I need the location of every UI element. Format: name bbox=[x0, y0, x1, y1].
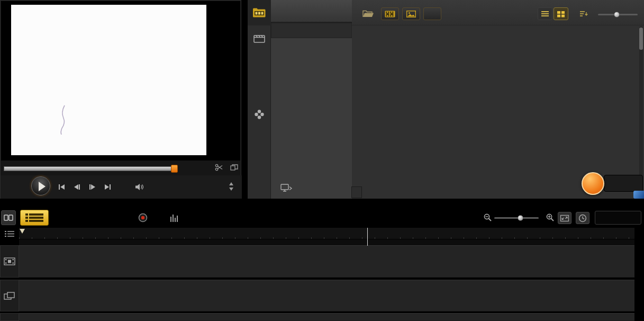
graphic-icon bbox=[254, 109, 265, 120]
library-nav-rail bbox=[248, 0, 271, 199]
auto-music-button[interactable] bbox=[197, 210, 212, 225]
zoom-in-icon bbox=[546, 213, 555, 222]
filter-video-button[interactable] bbox=[381, 7, 399, 20]
gallery-grid bbox=[352, 25, 638, 185]
enlarge-icon bbox=[230, 164, 238, 171]
skip-start-icon bbox=[59, 184, 60, 190]
collapse-panel-button[interactable] bbox=[351, 186, 362, 198]
nav-media-library[interactable] bbox=[248, 0, 271, 25]
network-speed-panel bbox=[604, 175, 643, 192]
timeline-view-button[interactable] bbox=[20, 210, 49, 226]
prev-frame-icon-bar bbox=[79, 184, 80, 190]
project-duration-button[interactable] bbox=[576, 212, 589, 224]
zoom-out-button[interactable] bbox=[480, 210, 495, 225]
volume-button[interactable] bbox=[133, 182, 147, 192]
nav-title[interactable] bbox=[248, 76, 271, 102]
thumbnail-size-slider[interactable] bbox=[598, 11, 638, 18]
category-panel bbox=[271, 0, 352, 199]
title-track[interactable] bbox=[19, 313, 634, 321]
timeline-zoom-slider[interactable] bbox=[494, 214, 539, 221]
nav-transition[interactable] bbox=[248, 51, 271, 76]
gallery-scrollbar[interactable] bbox=[639, 26, 643, 183]
progress-percent-badge[interactable] bbox=[582, 172, 604, 195]
sort-button[interactable] bbox=[575, 7, 593, 20]
title-track-header[interactable] bbox=[0, 313, 19, 321]
stepper-up-icon bbox=[229, 182, 233, 185]
video-track[interactable] bbox=[19, 245, 634, 278]
transport-bar bbox=[1, 175, 242, 199]
video-track-header[interactable] bbox=[0, 245, 19, 278]
fit-window-icon bbox=[560, 215, 569, 222]
nav-instant-project[interactable] bbox=[248, 25, 271, 51]
zoom-in-button[interactable] bbox=[543, 210, 558, 225]
overlay-track[interactable] bbox=[19, 280, 634, 311]
nav-graphic[interactable] bbox=[248, 102, 271, 127]
enlarge-preview-button[interactable] bbox=[228, 162, 240, 173]
upload-speed-row bbox=[609, 177, 642, 184]
nav-filter[interactable] bbox=[248, 127, 271, 153]
next-frame-button[interactable] bbox=[85, 182, 99, 192]
timecode-stepper[interactable] bbox=[229, 182, 234, 191]
cut-clip-button[interactable] bbox=[213, 162, 225, 173]
track-manager-icon bbox=[4, 230, 15, 237]
preview-canvas bbox=[11, 5, 206, 155]
trim-end-handle[interactable] bbox=[171, 165, 178, 173]
browse-button[interactable] bbox=[271, 180, 352, 195]
ruler-sub-strip bbox=[19, 239, 634, 245]
skip-start-icon-tri bbox=[60, 184, 65, 190]
timeline-panel bbox=[0, 199, 644, 321]
list-view-button[interactable] bbox=[538, 7, 552, 20]
mark-in-button[interactable] bbox=[185, 162, 196, 173]
track-manager-button[interactable] bbox=[2, 229, 17, 238]
repeat-loop-button[interactable] bbox=[117, 182, 131, 192]
track-add-remove-toggle[interactable] bbox=[1, 240, 18, 245]
scissors-icon bbox=[215, 164, 223, 171]
trim-bar[interactable] bbox=[4, 166, 172, 171]
cropped-overlay-icon bbox=[633, 191, 644, 199]
video-track-icon bbox=[4, 257, 15, 265]
undo-button[interactable] bbox=[74, 210, 89, 225]
stepper-down-icon bbox=[229, 188, 233, 191]
photo-icon bbox=[406, 11, 416, 17]
go-end-button[interactable] bbox=[101, 182, 114, 192]
speaker-icon bbox=[135, 183, 144, 191]
slider-handle[interactable] bbox=[614, 12, 620, 17]
next-frame-icon bbox=[91, 184, 95, 190]
sound-mixer-button[interactable] bbox=[167, 210, 182, 225]
mark-out-button[interactable] bbox=[198, 162, 210, 173]
record-capture-button[interactable] bbox=[135, 210, 150, 225]
add-button[interactable] bbox=[271, 0, 352, 22]
filter-photo-button[interactable] bbox=[402, 7, 420, 20]
filmstrip-icon bbox=[385, 11, 395, 17]
overlay-track-header[interactable] bbox=[0, 280, 19, 311]
record-icon bbox=[138, 212, 148, 223]
storyboard-icon bbox=[4, 214, 13, 221]
go-start-button[interactable] bbox=[55, 182, 68, 192]
redo-button[interactable] bbox=[105, 210, 120, 225]
preview-panel bbox=[0, 0, 241, 199]
filter-audio-button[interactable] bbox=[423, 7, 441, 20]
playhead-marker[interactable] bbox=[20, 229, 25, 234]
overlay-track-icon bbox=[4, 292, 15, 300]
download-speed-row bbox=[609, 184, 642, 191]
preview-video-area bbox=[1, 1, 240, 160]
timeline-zoom-track bbox=[494, 217, 539, 219]
browse-icon bbox=[280, 184, 292, 192]
thumbnail-view-button[interactable] bbox=[554, 7, 568, 20]
prev-frame-button[interactable] bbox=[70, 182, 84, 192]
sort-icon bbox=[579, 11, 588, 17]
trim-row bbox=[1, 161, 242, 175]
timeline-ruler[interactable] bbox=[19, 228, 634, 239]
scrollbar-thumb[interactable] bbox=[639, 28, 643, 50]
grid-view-icon bbox=[557, 11, 565, 17]
import-folder-button[interactable] bbox=[359, 7, 377, 20]
timeline-view-icon bbox=[25, 213, 44, 222]
timeline-toolbar bbox=[0, 209, 644, 226]
prev-frame-icon bbox=[74, 184, 78, 190]
fit-project-button[interactable] bbox=[558, 212, 572, 224]
folder-icon bbox=[362, 10, 374, 18]
storyboard-view-button[interactable] bbox=[1, 210, 16, 225]
play-button[interactable] bbox=[31, 176, 50, 195]
timeline-zoom-handle[interactable] bbox=[518, 215, 523, 221]
category-item-sample[interactable] bbox=[271, 22, 352, 38]
